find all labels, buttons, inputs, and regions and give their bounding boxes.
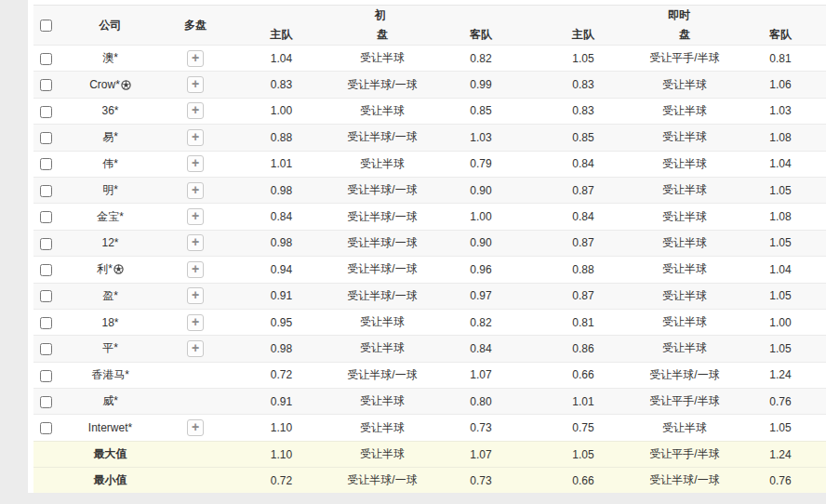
live-away-odds: 1.24 — [735, 362, 826, 388]
summary-empty-cell — [163, 441, 228, 467]
summary-label: 最大值 — [58, 441, 163, 467]
soccer-ball-icon — [113, 264, 124, 274]
row-checkbox[interactable] — [40, 422, 52, 434]
company-name-wrap: 36* — [101, 104, 118, 117]
table-summary: 最大值1.10受让半球1.071.05受让平手/半球1.24最小值0.72受让半… — [33, 441, 826, 493]
initial-handicap: 受让半球/一球 — [335, 362, 430, 388]
row-checkbox[interactable] — [40, 79, 52, 91]
table-row: 盈*+0.91受让半球/一球0.970.87受让半球1.05 — [33, 283, 826, 309]
company-name-wrap: 威* — [102, 393, 118, 409]
summary-row: 最小值0.72受让半球/一球0.730.66受让半球/一球0.76 — [33, 468, 826, 494]
company-cell: 36* — [58, 98, 163, 124]
live-away-odds: 1.04 — [735, 151, 826, 177]
expand-plus-button[interactable]: + — [187, 261, 204, 278]
expand-plus-button[interactable]: + — [187, 234, 204, 251]
multi-handicap-cell: + — [163, 257, 228, 283]
column-header-initial-handicap: 盘 — [335, 25, 430, 46]
table-row: Interwet*+1.10受让半球0.730.75受让半球1.05 — [33, 415, 826, 441]
row-checkbox[interactable] — [40, 211, 52, 223]
expand-plus-button[interactable]: + — [187, 208, 204, 225]
multi-handicap-cell — [163, 389, 228, 415]
initial-away-odds: 0.82 — [430, 309, 532, 335]
initial-handicap: 受让半球 — [335, 309, 430, 335]
multi-handicap-cell: + — [163, 98, 228, 124]
live-home-odds: 1.01 — [532, 389, 634, 415]
company-name: 明* — [102, 182, 118, 198]
row-checkbox[interactable] — [40, 343, 52, 355]
row-checkbox[interactable] — [40, 106, 52, 118]
multi-handicap-cell: + — [163, 177, 228, 203]
company-cell: Crow* — [58, 72, 163, 98]
expand-plus-button[interactable]: + — [187, 76, 204, 93]
row-checkbox[interactable] — [40, 370, 52, 382]
multi-handicap-cell: + — [163, 204, 228, 230]
initial-home-odds: 0.98 — [228, 230, 335, 256]
expand-plus-button[interactable]: + — [187, 287, 204, 304]
row-checkbox[interactable] — [40, 53, 52, 65]
group-header-live: 即时 — [532, 6, 826, 26]
column-header-initial-away: 客队 — [430, 25, 532, 46]
summary-live-handicap: 受让平手/半球 — [634, 441, 735, 467]
table-header: 公司 多盘 初 即时 主队 盘 客队 主队 盘 客队 — [33, 6, 826, 46]
live-away-odds: 1.03 — [735, 98, 826, 124]
live-away-odds: 1.05 — [735, 415, 826, 441]
live-home-odds: 1.05 — [532, 46, 634, 72]
live-away-odds: 0.81 — [735, 46, 826, 72]
row-checkbox[interactable] — [40, 317, 52, 329]
row-checkbox-cell — [33, 98, 58, 124]
initial-home-odds: 0.91 — [228, 389, 335, 415]
initial-handicap: 受让半球/一球 — [335, 204, 430, 230]
company-name-wrap: 12* — [101, 236, 118, 249]
row-checkbox-cell — [33, 309, 58, 335]
company-name: 36* — [101, 104, 118, 117]
row-checkbox[interactable] — [40, 396, 52, 408]
row-checkbox[interactable] — [40, 264, 52, 276]
multi-handicap-cell: + — [163, 151, 228, 177]
column-header-company: 公司 — [58, 6, 163, 46]
expand-plus-button[interactable]: + — [187, 340, 204, 357]
expand-plus-button[interactable]: + — [187, 102, 204, 119]
live-handicap: 受让半球 — [634, 177, 735, 203]
company-cell: 平* — [58, 336, 163, 362]
row-checkbox[interactable] — [40, 238, 52, 250]
live-away-odds: 1.05 — [735, 177, 826, 203]
row-checkbox[interactable] — [40, 132, 52, 144]
expand-plus-button[interactable]: + — [187, 182, 204, 199]
row-checkbox[interactable] — [40, 158, 52, 170]
live-home-odds: 0.83 — [532, 72, 634, 98]
live-handicap: 受让平手/半球 — [634, 389, 735, 415]
multi-handicap-cell: + — [163, 125, 228, 151]
company-name: 18* — [101, 316, 118, 329]
initial-handicap: 受让半球/一球 — [335, 230, 430, 256]
initial-handicap: 受让半球 — [335, 46, 430, 72]
expand-plus-button[interactable]: + — [187, 50, 204, 67]
expand-plus-button[interactable]: + — [187, 129, 204, 146]
table-body: 澳*+1.04受让半球0.821.05受让平手/半球0.81Crow*+0.83… — [33, 46, 826, 442]
live-home-odds: 0.85 — [532, 125, 634, 151]
initial-away-odds: 0.85 — [430, 98, 532, 124]
company-cell: 12* — [58, 230, 163, 256]
company-name-wrap: Interwet* — [88, 421, 132, 434]
expand-plus-button[interactable]: + — [187, 419, 204, 436]
live-home-odds: 0.81 — [532, 309, 634, 335]
initial-away-odds: 0.84 — [430, 336, 532, 362]
initial-home-odds: 0.88 — [228, 125, 335, 151]
summary-row: 最大值1.10受让半球1.071.05受让平手/半球1.24 — [33, 441, 826, 467]
odds-table-container: 公司 多盘 初 即时 主队 盘 客队 主队 盘 客队 澳*+1.04受让半球0.… — [28, 0, 826, 493]
expand-plus-button[interactable]: + — [187, 314, 204, 331]
select-all-checkbox[interactable] — [40, 20, 52, 32]
summary-initial-handicap: 受让半球 — [335, 441, 430, 467]
expand-plus-button[interactable]: + — [187, 155, 204, 172]
live-away-odds: 1.05 — [735, 336, 826, 362]
row-checkbox[interactable] — [40, 185, 52, 197]
company-cell: 澳* — [58, 46, 163, 72]
row-checkbox[interactable] — [40, 290, 52, 302]
select-all-cell — [33, 6, 58, 46]
live-home-odds: 0.66 — [532, 362, 634, 388]
multi-handicap-cell: + — [163, 230, 228, 256]
live-handicap: 受让半球/一球 — [634, 362, 735, 388]
table-row: 平*+0.98受让半球0.840.86受让半球1.05 — [33, 336, 826, 362]
row-checkbox-cell — [33, 362, 58, 388]
company-cell: 18* — [58, 309, 163, 335]
company-name-wrap: 明* — [102, 182, 118, 198]
